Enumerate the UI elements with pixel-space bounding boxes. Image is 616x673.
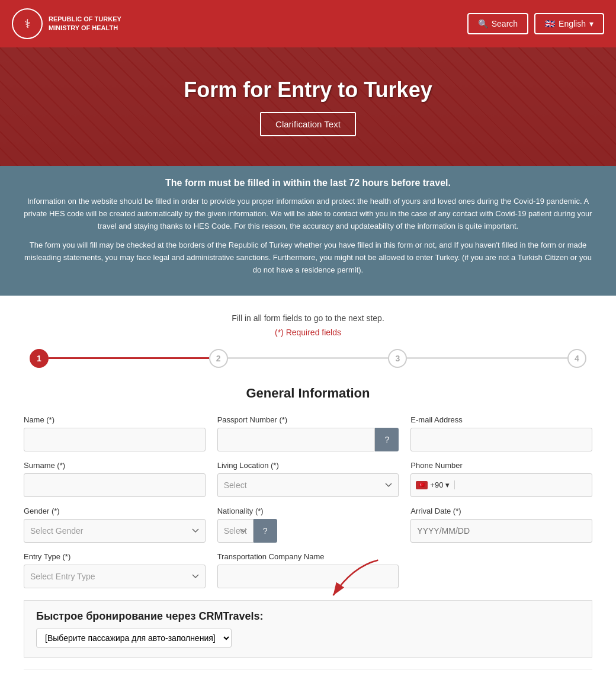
nationality-select[interactable]: Select [217,519,254,543]
step-line-2-3 [228,357,389,359]
passport-group: Passport Number (*) ? [217,415,399,451]
header: ⚕ REPUBLIC OF TURKEY MINISTRY OF HEALTH … [0,0,616,47]
logo-text: REPUBLIC OF TURKEY MINISTRY OF HEALTH [49,15,121,33]
hero-content: Form for Entry to Turkey Clarification T… [184,78,432,136]
living-location-group: Living Location (*) Select [217,461,399,497]
logo-area: ⚕ REPUBLIC OF TURKEY MINISTRY OF HEALTH [12,8,121,39]
gender-select[interactable]: Select Gender Male Female [24,519,206,543]
header-actions: 🔍 Search 🇬🇧 English ▾ [467,13,604,34]
flag-icon: 🇬🇧 [545,19,555,28]
email-label: E-mail Address [410,415,592,424]
hero-title: Form for Entry to Turkey [184,78,432,102]
hero-section: Form for Entry to Turkey Clarification T… [0,47,616,166]
transportation-input[interactable] [217,565,399,588]
crm-annotation-wrapper: Быстрое бронирование через CRMTravels: [… [24,600,592,658]
phone-prefix[interactable]: 🇹🇷 +90 ▾ [411,480,455,489]
step-line-3-4 [407,357,567,359]
nationality-group: Nationality (*) Select ? [217,507,399,543]
form-area: Fill in all form fields to go to the nex… [0,296,616,673]
email-group: E-mail Address [410,415,592,451]
logo-icon: ⚕ [12,8,43,39]
step-line-1-2 [49,357,209,359]
step-3[interactable]: 3 [388,349,407,368]
crm-section: Быстрое бронирование через CRMTravels: [… [24,600,592,658]
form-intro: Fill in all form fields to go to the nex… [24,313,592,323]
required-fields-note: (*) Required fields [24,328,592,337]
step-indicator: 1 2 3 4 [24,349,592,368]
surname-group: Surname (*) [24,461,206,497]
clarification-button[interactable]: Clarification Text [260,112,356,136]
turkey-flag-icon: 🇹🇷 [416,481,428,489]
passport-input[interactable] [217,428,376,451]
gender-label: Gender (*) [24,507,206,515]
gender-group: Gender (*) Select Gender Male Female [24,507,206,543]
search-icon: 🔍 [478,19,488,28]
arrival-date-group: Arrival Date (*) [410,507,592,543]
entry-type-group: Entry Type (*) Select Entry Type [24,552,206,588]
living-location-label: Living Location (*) [217,461,399,470]
form-buttons: Clear Forward [24,669,592,673]
transportation-group: Transportation Company Name [217,552,399,588]
chevron-down-icon: ▾ [445,480,450,489]
phone-input-group: 🇹🇷 +90 ▾ [410,473,592,497]
surname-input[interactable] [24,473,206,497]
crm-title: Быстрое бронирование через CRMTravels: [36,610,580,623]
entry-type-label: Entry Type (*) [24,552,206,561]
name-group: Name (*) [24,415,206,451]
transportation-label: Transportation Company Name [217,552,399,561]
name-input[interactable] [24,428,206,451]
phone-label: Phone Number [410,461,592,470]
step-1[interactable]: 1 [30,349,49,368]
info-bold-line: The form must be filled in within the la… [24,178,592,188]
nationality-input-group: Select ? [217,519,399,543]
surname-label: Surname (*) [24,461,206,470]
chevron-down-icon: ▾ [589,19,593,28]
nationality-label: Nationality (*) [217,507,399,515]
info-para1: Information on the website should be fil… [24,196,592,232]
passport-info-button[interactable]: ? [375,428,399,451]
info-para2: The form you will fill may be checked at… [24,239,592,276]
arrival-date-label: Arrival Date (*) [410,507,592,515]
nationality-info-button[interactable]: ? [254,519,277,543]
form-grid: Name (*) Passport Number (*) ? E-mail Ad… [24,415,592,588]
arrival-date-input[interactable] [410,519,592,543]
empty-cell [410,552,592,588]
language-button[interactable]: 🇬🇧 English ▾ [534,13,604,34]
living-location-select[interactable]: Select [217,473,399,497]
phone-group: Phone Number 🇹🇷 +90 ▾ [410,461,592,497]
step-4[interactable]: 4 [567,349,586,368]
info-banner: The form must be filled in within the la… [0,166,616,296]
step-2[interactable]: 2 [209,349,228,368]
search-button[interactable]: 🔍 Search [467,13,528,34]
passport-label: Passport Number (*) [217,415,399,424]
passport-input-group: ? [217,428,399,451]
name-label: Name (*) [24,415,206,424]
crm-passenger-select[interactable]: [Выберите пассажира для авто-заполнения] [36,629,232,648]
email-input[interactable] [410,428,592,451]
section-title: General Information [24,386,592,401]
entry-type-select[interactable]: Select Entry Type [24,565,206,588]
